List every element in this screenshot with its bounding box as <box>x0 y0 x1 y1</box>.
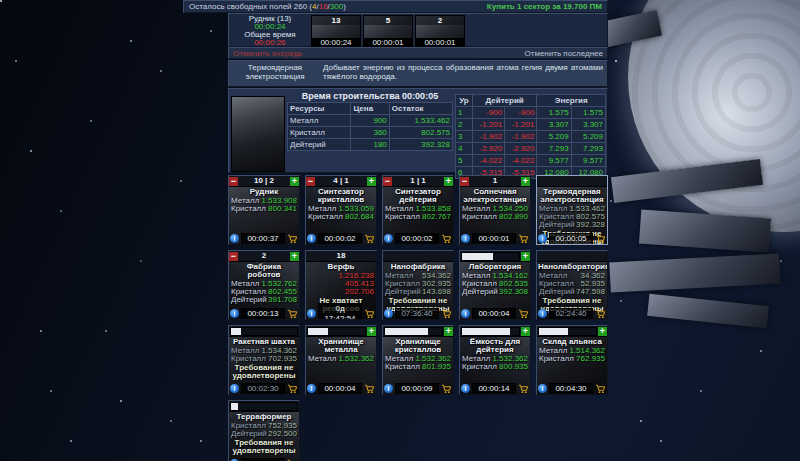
info-icon[interactable]: i <box>384 384 393 393</box>
resource-row: Дейтерий 292.500 <box>231 430 297 438</box>
buy-cart-icon[interactable] <box>287 234 298 244</box>
demolish-button[interactable]: − <box>460 177 469 186</box>
build-button[interactable]: + <box>444 327 453 336</box>
cancel-last-link[interactable]: Отменить последнее <box>525 49 603 58</box>
buy-cart-icon[interactable] <box>518 234 529 244</box>
resource-value: 1.532.362 <box>338 355 374 363</box>
buy-cart-icon[interactable] <box>364 234 375 244</box>
info-icon[interactable]: i <box>230 384 239 393</box>
building-card-1[interactable]: − 4 | 1 + Синтезатор кристаллов Металл 1… <box>305 175 377 245</box>
info-icon[interactable]: i <box>307 234 316 243</box>
buy-cart-icon[interactable] <box>595 384 606 394</box>
card-header: − 1 + <box>460 176 530 187</box>
build-button[interactable]: + <box>367 177 376 186</box>
building-card-4[interactable]: Термоядерная электростанция Металл 1.533… <box>536 175 608 245</box>
buy-sector-link[interactable]: Купить 1 сектор за 19.700 ПМ <box>487 2 602 11</box>
info-icon[interactable]: i <box>461 384 470 393</box>
card-title: Синтезатор кристаллов <box>306 187 376 204</box>
info-icon[interactable]: i <box>538 384 547 393</box>
buy-cart-icon[interactable] <box>518 309 529 319</box>
demolish-button[interactable]: − <box>383 177 392 186</box>
building-card-11[interactable]: + Хранилище металла Металл 1.532.362 i 0… <box>305 325 377 395</box>
card-header: + <box>383 326 453 337</box>
demolish-button[interactable]: − <box>229 252 238 261</box>
card-footer: i 07:36:40 <box>383 308 453 319</box>
build-time: 00:00:37 <box>241 233 285 245</box>
info-icon[interactable]: i <box>384 234 393 243</box>
build-button[interactable]: + <box>521 252 530 261</box>
queue-total-time: 00:00:26 <box>229 39 311 47</box>
queue-item-1[interactable]: 5 00:00:01 <box>363 15 413 48</box>
buy-cart-icon[interactable] <box>441 234 452 244</box>
info-icon[interactable]: i <box>307 309 316 318</box>
buy-cart-icon[interactable] <box>441 309 452 319</box>
buy-cart-icon[interactable] <box>364 384 375 394</box>
buy-cart-icon[interactable] <box>595 309 606 319</box>
level-row: 2-1.201-1.201 3.3073.307 <box>456 119 606 131</box>
build-time: 00:00:04 <box>318 383 362 395</box>
card-resources: Металл 1.534.162 Кристалл 802.535 Дейтер… <box>460 271 530 296</box>
build-time-label: Время строительства <box>302 91 400 101</box>
capacity-bar <box>538 327 597 336</box>
building-card-8[interactable]: + Лаборатория Металл 1.534.162 Кристалл … <box>459 250 531 320</box>
info-icon[interactable]: i <box>307 384 316 393</box>
info-icon[interactable]: i <box>461 234 470 243</box>
build-button[interactable]: + <box>444 177 453 186</box>
building-card-9[interactable]: Нанолаборатория Металл 34.362 Кристалл 5… <box>536 250 608 320</box>
building-name: Термоядерная электростанция <box>229 61 321 86</box>
building-card-15[interactable]: Терраформер Кристалл 752.935 Дейтерий 29… <box>228 400 300 461</box>
buy-cart-icon[interactable] <box>364 309 375 319</box>
buy-cart-icon[interactable] <box>287 384 298 394</box>
info-icon[interactable]: i <box>461 309 470 318</box>
build-button[interactable]: + <box>521 177 530 186</box>
card-footer: i 02:24:40 <box>537 308 607 319</box>
build-button[interactable]: + <box>290 177 299 186</box>
buy-cart-icon[interactable] <box>287 309 298 319</box>
building-card-0[interactable]: − 10 | 2 + Рудник Металл 1.533.908 Крист… <box>228 175 300 245</box>
card-title: Терраформер <box>229 412 299 421</box>
building-card-12[interactable]: + Хранилище кристаллов Металл 1.532.362 … <box>382 325 454 395</box>
info-icon[interactable]: i <box>230 234 239 243</box>
space-station-debris <box>647 294 769 328</box>
buy-cart-icon[interactable] <box>518 384 529 394</box>
buy-cart-icon[interactable] <box>441 384 452 394</box>
building-card-3[interactable]: − 1 + Солнечная электростанция Металл 1.… <box>459 175 531 245</box>
resource-value: 802.890 <box>499 213 528 221</box>
building-card-2[interactable]: − 1 | 1 + Синтезатор дейтерия Металл 1.5… <box>382 175 454 245</box>
building-card-6[interactable]: 18 Верфь 1.216.238 405.413 202.706 Не хв… <box>305 250 377 320</box>
card-resources: Металл 1.514.362 Кристалл 762.935 <box>537 346 607 363</box>
build-time-value: 00:00:05 <box>402 91 438 101</box>
resource-row: Дейтерий 392.308 <box>462 288 528 296</box>
build-button[interactable]: + <box>598 327 607 336</box>
demolish-button[interactable]: − <box>306 177 315 186</box>
resource-row: Кристалл 800.935 <box>462 363 528 371</box>
info-icon[interactable]: i <box>538 234 547 243</box>
cost-header: Цена <box>351 103 389 115</box>
queue-item-0[interactable]: 13 00:00:24 <box>311 15 361 48</box>
building-card-14[interactable]: + Склад альянса Металл 1.514.362 Кристал… <box>536 325 608 395</box>
info-icon[interactable]: i <box>230 309 239 318</box>
resource-name: Дейтерий <box>231 430 267 438</box>
cost-row: Металл9001.533.462 <box>288 115 453 127</box>
fields-captured-count: 16 <box>319 2 328 11</box>
building-card-13[interactable]: + Ёмкость для дейтерия Металл 1.532.362 … <box>459 325 531 395</box>
building-card-10[interactable]: Ракетная шахта Металл 1.534.362 Кристалл… <box>228 325 300 395</box>
queue-item-2[interactable]: 2 00:00:01 <box>415 15 465 48</box>
resource-name: Дейтерий <box>385 288 421 296</box>
demolish-button[interactable]: − <box>229 177 238 186</box>
build-button[interactable]: + <box>290 252 299 261</box>
resource-row: Кристалл 802.767 <box>385 213 451 221</box>
info-icon[interactable]: i <box>538 309 547 318</box>
cancel-queue-link[interactable]: Отменить очередь <box>233 49 302 58</box>
build-button[interactable]: + <box>521 327 530 336</box>
queue-item-count: 13 <box>312 16 360 25</box>
card-title: Солнечная электростанция <box>460 187 530 204</box>
card-footer: i 00:00:04 <box>306 383 376 394</box>
capacity-bar <box>230 402 298 411</box>
resource-name: Кристалл <box>231 355 266 363</box>
building-card-7[interactable]: Нанофабрика Металл 534.362 Кристалл 302.… <box>382 250 454 320</box>
buy-cart-icon[interactable] <box>595 234 606 244</box>
build-button[interactable]: + <box>367 327 376 336</box>
info-icon[interactable]: i <box>384 309 393 318</box>
building-card-5[interactable]: − 2 + Фабрика роботов Металл 1.532.762 К… <box>228 250 300 320</box>
